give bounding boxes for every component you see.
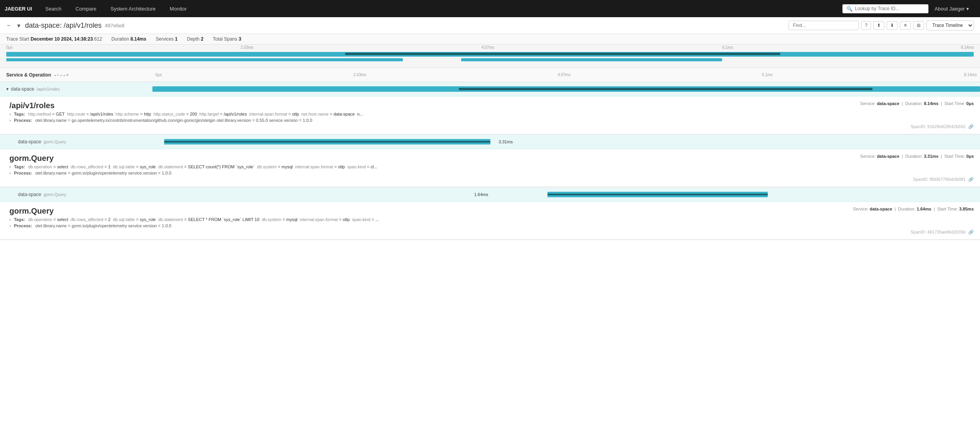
span-1-id-row: SpanID: 91628d428942b592 🔗 [9,124,974,129]
span-3-tags-row: › Tags: db.operation = select db.rows_af… [9,217,974,222]
span-3-tags: db.operation = select db.rows_affected =… [28,217,974,222]
mini-timeline-track [6,50,974,66]
span-row-2[interactable]: data-space gorm.Query 3.31ms [0,135,980,149]
span-2-detail-title: gorm.Query [9,154,54,163]
nav-compare[interactable]: Compare [68,0,103,17]
span-1-tags-row: › Tags: http.method = GET http.route = /… [9,112,974,116]
span-1-service-cell: ▾ data-space /api/v1/roles [0,86,152,92]
trace-id-badge: 497e6e8 [105,23,125,29]
span-2-service: data-space [18,139,41,144]
mini-bar-2 [6,58,403,61]
span-3-link-icon[interactable]: 🔗 [968,230,974,234]
span-row-3[interactable]: data-space gorm.Query 1.64ms [0,187,980,202]
span-3-id-row: SpanID: 481735ae86d2639d 🔗 [9,230,974,235]
span-2-process-row: › Process: otel.library.name = gorm.io/p… [9,171,974,175]
span-1-bar-area [152,82,980,96]
trace-id-input[interactable] [855,6,925,11]
span-1-detail: /api/v1/roles Service: data-space | Dura… [0,96,980,134]
span-1-detail-meta: Service: data-space | Duration: 8.14ms |… [860,101,974,106]
span-3-detail: gorm.Query Service: data-space | Duratio… [0,202,980,240]
span-1-process-text: otel.library.name = go.opentelemetry.io/… [35,118,312,123]
top-nav: JAEGER UI Search Compare System Architec… [0,0,980,17]
col-headers: Service & Operation ⌄ › ⌄⌄ » 0μs 2.03ms … [0,68,980,82]
trace-title: data-space: /api/v1/roles 497e6e8 [25,21,125,30]
timeline-col-header: 0μs 2.03ms 4.07ms 6.1ms 8.14ms [152,73,980,77]
span-2-detail: gorm.Query Service: data-space | Duratio… [0,149,980,187]
trace-start-label: Trace Start December 10 2024, 14:38:23.6… [6,36,102,42]
clear-find-button[interactable]: ✕ [900,21,911,30]
span-2-service-cell: data-space gorm.Query [12,139,164,144]
trace-view-selector[interactable]: Trace Timeline [926,20,974,30]
span-1-tags-expand[interactable]: › [9,112,11,116]
next-match-button[interactable]: ⬇ [887,21,898,30]
trace-start-value: December 10 2024, 14:38:23 [30,36,93,42]
span-2-process-expand[interactable]: › [9,171,11,175]
about-jaeger[interactable]: About Jaeger ▾ [928,6,975,12]
mini-timeline-labels: 0μs 2.03ms 4.07ms 6.1ms 8.14ms [0,45,980,50]
expand-button[interactable]: ⊞ [913,21,924,30]
chevron-down-icon: ▾ [966,6,969,12]
span-1-process-expand[interactable]: › [9,118,11,123]
span-1-dark-bar [459,88,873,90]
span-3-operation: gorm.Query [43,192,66,197]
span-2-dark-bar [164,141,490,143]
span-1-operation: /api/v1/roles [36,87,59,91]
sort-all-right-icon[interactable]: » [66,73,69,77]
service-col-header: Service & Operation ⌄ › ⌄⌄ » [0,72,152,78]
span-3-detail-title: gorm.Query [9,207,54,216]
span-2-link-icon[interactable]: 🔗 [968,177,974,182]
trace-id-search-box: 🔍 [842,4,928,13]
trace-actions: ? ⬆ ⬇ ✕ ⊞ Trace Timeline [789,20,974,30]
back-button[interactable]: ← [6,22,13,29]
trace-header: ← ▾ data-space: /api/v1/roles 497e6e8 ? … [0,17,980,34]
brand-logo[interactable]: JAEGER UI [5,6,38,12]
span-2-tags-row: › Tags: db.operation = select db.rows_af… [9,164,974,169]
span-3-detail-meta: Service: data-space | Duration: 1.64ms |… [853,207,974,211]
span-1-detail-title: /api/v1/roles [9,101,55,110]
span-2-process-text: otel.library.name = gorm.io/plugin/opent… [35,171,171,175]
span-1-caret[interactable]: ▾ [6,86,9,92]
sort-all-down-icon[interactable]: ⌄⌄ [59,73,66,77]
span-2-tags: db.operation = select db.rows_affected =… [28,164,974,169]
span-row-1[interactable]: ▾ data-space /api/v1/roles [0,82,980,96]
nav-monitor[interactable]: Monitor [163,0,193,17]
span-3-service: data-space [18,192,41,197]
span-1-tags: http.method = GET http.route = /api/v1/r… [28,112,974,116]
span-1-link-icon[interactable]: 🔗 [968,124,974,129]
mini-bar-1-dark [345,53,780,55]
help-button[interactable]: ? [861,21,871,30]
span-3-process-expand[interactable]: › [9,223,11,228]
prev-match-button[interactable]: ⬆ [873,21,884,30]
trace-meta: Trace Start December 10 2024, 14:38:23.6… [0,34,980,45]
span-2-tags-expand[interactable]: › [9,164,11,169]
nav-system-architecture[interactable]: System Architecture [104,0,163,17]
span-3-process-text: otel.library.name = gorm.io/plugin/opent… [35,223,171,228]
mini-bar-3 [461,58,722,61]
span-3-tags-expand[interactable]: › [9,217,11,222]
trace-total-spans: Total Spans 3 [213,36,241,42]
span-2-bar-area: 3.31ms [164,135,980,149]
search-icon: 🔍 [846,6,853,12]
span-3-duration: 1.64ms [474,192,488,197]
span-2-duration: 3.31ms [499,139,513,144]
span-3-bar-area: 1.64ms [164,187,980,202]
span-3-dark-bar [547,194,768,195]
span-group-2: data-space gorm.Query 3.31ms gorm.Query … [0,135,980,187]
sort-down-icon[interactable]: ⌄ [54,73,57,77]
nav-search[interactable]: Search [38,0,68,17]
collapse-icon[interactable]: ▾ [17,22,20,29]
span-2-detail-meta: Service: data-space | Duration: 3.31ms |… [860,154,974,159]
find-input[interactable] [789,21,859,30]
span-1-service: data-space [11,86,34,92]
trace-title-text: data-space: /api/v1/roles [25,21,102,30]
mini-timeline: 0μs 2.03ms 4.07ms 6.1ms 8.14ms [0,45,980,68]
span-3-process-row: › Process: otel.library.name = gorm.io/p… [9,223,974,228]
span-3-service-cell: data-space gorm.Query [12,192,164,197]
span-2-id-row: SpanID: f80067796eb9d9f1 🔗 [9,177,974,182]
trace-depth: Depth 2 [187,36,204,42]
sort-up-icon[interactable]: › [57,73,59,77]
span-1-process-row: › Process: otel.library.name = go.opente… [9,118,974,123]
trace-services: Services 1 [156,36,177,42]
trace-duration: Duration 8.14ms [111,36,146,42]
span-group-3: data-space gorm.Query 1.64ms gorm.Query … [0,187,980,240]
